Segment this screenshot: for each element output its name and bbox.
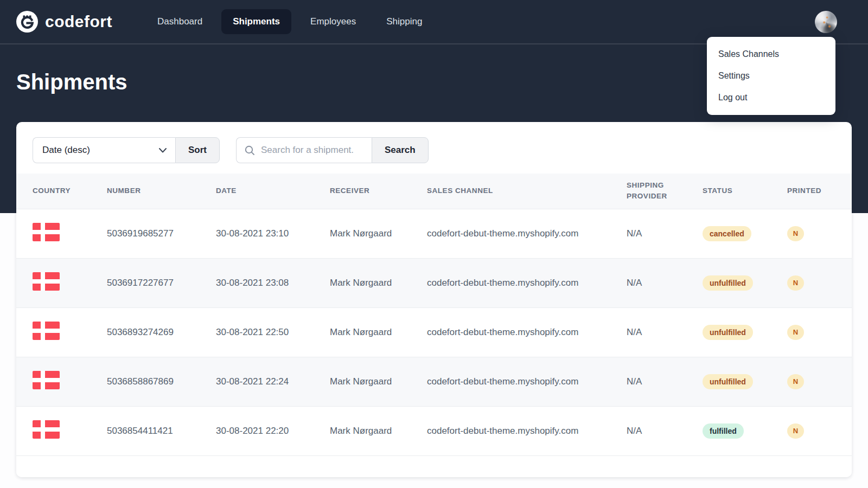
receiver: Mark Nørgaard [314, 307, 411, 357]
column-header-printed: PRINTED [771, 174, 852, 209]
sales-channel: codefort-debut-theme.myshopify.com [411, 357, 610, 406]
printed-cell: N [771, 307, 852, 357]
table-header-row: COUNTRYNUMBERDATERECEIVERSALES CHANNELSH… [16, 174, 852, 209]
user-menu: Sales ChannelsSettingsLog out [707, 37, 835, 115]
search-field[interactable] [236, 137, 372, 163]
sales-channel: codefort-debut-theme.myshopify.com [411, 406, 610, 455]
search-button[interactable]: Search [372, 137, 429, 163]
status-cell: unfulfilled [686, 258, 771, 307]
column-header-receiver: RECEIVER [314, 174, 411, 209]
status-badge: unfulfilled [703, 275, 753, 291]
sales-channel: codefort-debut-theme.myshopify.com [411, 258, 610, 307]
shipments-card: Date (desc) Sort Search COUNTRYNUMBERDAT… [16, 122, 852, 477]
printed-badge: N [787, 226, 804, 241]
shipment-number: 5036858867869 [91, 357, 200, 406]
shipment-number: 5036893274269 [91, 307, 200, 357]
printed-badge: N [787, 374, 804, 389]
shipping-provider: N/A [610, 357, 686, 406]
shipment-number: 5036917227677 [91, 258, 200, 307]
nav-item-employees[interactable]: Employees [299, 9, 367, 34]
printed-badge: N [787, 275, 804, 291]
shipments-table: COUNTRYNUMBERDATERECEIVERSALES CHANNELSH… [16, 174, 852, 455]
status-cell: unfulfilled [686, 357, 771, 406]
country-cell [16, 357, 91, 406]
receiver: Mark Nørgaard [314, 357, 411, 406]
status-badge: fulfilled [703, 423, 744, 439]
sales-channel: codefort-debut-theme.myshopify.com [411, 307, 610, 357]
brand-name: codefort [45, 12, 112, 31]
status-cell: cancelled [686, 209, 771, 258]
nav-item-shipping[interactable]: Shipping [375, 9, 433, 34]
column-header-number: NUMBER [91, 174, 200, 209]
sort-select-value: Date (desc) [42, 145, 90, 156]
column-header-sales-channel: SALES CHANNEL [411, 174, 610, 209]
printed-badge: N [787, 325, 804, 340]
denmark-flag-icon [33, 272, 60, 291]
menu-item-log-out[interactable]: Log out [707, 87, 835, 108]
shipping-provider: N/A [610, 258, 686, 307]
nav-item-dashboard[interactable]: Dashboard [146, 9, 214, 34]
country-cell [16, 258, 91, 307]
menu-item-sales-channels[interactable]: Sales Channels [707, 43, 835, 65]
status-badge: cancelled [703, 226, 751, 241]
shipping-provider: N/A [610, 406, 686, 455]
sort-select[interactable]: Date (desc) [33, 137, 175, 163]
table-row[interactable]: 503685441142130-08-2021 22:20Mark Nørgaa… [16, 406, 852, 455]
sort-button[interactable]: Sort [175, 137, 220, 163]
table-row[interactable]: 503685886786930-08-2021 22:24Mark Nørgaa… [16, 357, 852, 406]
printed-cell: N [771, 406, 852, 455]
toolbar: Date (desc) Sort Search [16, 122, 852, 174]
brand[interactable]: codefort [16, 11, 112, 33]
status-badge: unfulfilled [703, 374, 753, 389]
table-row[interactable]: 503689327426930-08-2021 22:50Mark Nørgaa… [16, 307, 852, 357]
receiver: Mark Nørgaard [314, 406, 411, 455]
shipment-number: 5036854411421 [91, 406, 200, 455]
status-cell: unfulfilled [686, 307, 771, 357]
denmark-flag-icon [33, 223, 60, 241]
column-header-shipping-provider: SHIPPING PROVIDER [610, 174, 686, 209]
table-row[interactable]: 503691968527730-08-2021 23:10Mark Nørgaa… [16, 209, 852, 258]
column-header-date: DATE [200, 174, 314, 209]
table-body: 503691968527730-08-2021 23:10Mark Nørgaa… [16, 209, 852, 455]
sort-group: Date (desc) Sort [33, 137, 220, 163]
receiver: Mark Nørgaard [314, 209, 411, 258]
status-cell: fulfilled [686, 406, 771, 455]
nav-item-shipments[interactable]: Shipments [221, 9, 291, 34]
country-cell [16, 307, 91, 357]
shipment-date: 30-08-2021 23:08 [200, 258, 314, 307]
search-icon [245, 145, 255, 156]
codefort-logo-icon [16, 11, 38, 33]
user-avatar[interactable] [815, 11, 837, 33]
menu-item-settings[interactable]: Settings [707, 65, 835, 87]
printed-cell: N [771, 357, 852, 406]
shipment-date: 30-08-2021 22:24 [200, 357, 314, 406]
shipping-provider: N/A [610, 209, 686, 258]
printed-cell: N [771, 258, 852, 307]
printed-cell: N [771, 209, 852, 258]
card-footer [16, 455, 852, 477]
country-cell [16, 406, 91, 455]
denmark-flag-icon [33, 371, 60, 389]
shipment-number: 5036919685277 [91, 209, 200, 258]
nav-links: DashboardShipmentsEmployeesShipping [146, 9, 433, 34]
denmark-flag-icon [33, 420, 60, 439]
column-header-status: STATUS [686, 174, 771, 209]
shipping-provider: N/A [610, 307, 686, 357]
column-header-country: COUNTRY [16, 174, 91, 209]
shipment-date: 30-08-2021 22:50 [200, 307, 314, 357]
status-badge: unfulfilled [703, 325, 753, 340]
table-row[interactable]: 503691722767730-08-2021 23:08Mark Nørgaa… [16, 258, 852, 307]
country-cell [16, 209, 91, 258]
search-group: Search [236, 137, 429, 163]
sales-channel: codefort-debut-theme.myshopify.com [411, 209, 610, 258]
shipment-date: 30-08-2021 22:20 [200, 406, 314, 455]
shipment-date: 30-08-2021 23:10 [200, 209, 314, 258]
denmark-flag-icon [33, 322, 60, 340]
chevron-down-icon [159, 148, 167, 153]
receiver: Mark Nørgaard [314, 258, 411, 307]
search-input[interactable] [261, 145, 365, 156]
printed-badge: N [787, 423, 804, 439]
